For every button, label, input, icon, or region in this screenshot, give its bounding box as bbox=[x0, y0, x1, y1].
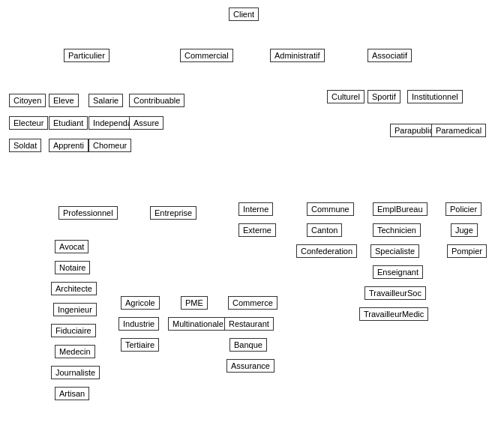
node-policier: Policier bbox=[446, 202, 482, 216]
node-banque: Banque bbox=[230, 338, 267, 352]
node-travailleursoc: TravailleurSoc bbox=[364, 286, 426, 300]
node-chomeur: Chomeur bbox=[88, 139, 131, 152]
node-specialiste: Specialiste bbox=[370, 244, 419, 258]
node-soldat: Soldat bbox=[9, 139, 41, 152]
node-confederation: Confederation bbox=[296, 244, 357, 258]
node-travailleurmedic: TravailleurMedic bbox=[359, 307, 428, 321]
node-sportif: Sportif bbox=[368, 90, 400, 103]
node-fiduciaire: Fiduciaire bbox=[51, 324, 96, 337]
node-externe: Externe bbox=[238, 223, 276, 237]
node-pme: PME bbox=[181, 296, 208, 310]
node-artisan: Artisan bbox=[55, 387, 89, 400]
node-eleve: Eleve bbox=[49, 94, 79, 107]
node-institutionnel: Institutionnel bbox=[407, 90, 463, 103]
node-culturel: Culturel bbox=[327, 90, 364, 103]
node-assurance: Assurance bbox=[226, 359, 274, 373]
node-commerce: Commerce bbox=[228, 296, 278, 310]
node-industrie: Industrie bbox=[118, 317, 159, 331]
node-professionnel: Professionnel bbox=[58, 206, 118, 220]
node-tertiaire: Tertiaire bbox=[121, 338, 159, 352]
node-contribuable: Contribuable bbox=[129, 94, 184, 107]
node-apprenti: Apprenti bbox=[49, 139, 88, 152]
node-associatif: Associatif bbox=[368, 49, 412, 62]
node-electeur: Electeur bbox=[9, 116, 48, 130]
node-journaliste: Journaliste bbox=[51, 366, 100, 379]
node-technicien: Technicien bbox=[373, 223, 421, 237]
node-commercial: Commercial bbox=[180, 49, 233, 62]
node-citoyen: Citoyen bbox=[9, 94, 46, 107]
node-pompier: Pompier bbox=[447, 244, 487, 258]
node-juge: Juge bbox=[451, 223, 478, 237]
node-entreprise: Entreprise bbox=[150, 206, 196, 220]
node-canton: Canton bbox=[307, 223, 342, 237]
node-enseignant: Enseignant bbox=[373, 265, 423, 279]
node-commune: Commune bbox=[307, 202, 354, 216]
node-client: Client bbox=[229, 7, 259, 21]
node-multinationale: Multinationale bbox=[168, 317, 228, 331]
node-architecte: Architecte bbox=[51, 282, 97, 295]
node-medecin: Medecin bbox=[55, 345, 95, 358]
node-notaire: Notaire bbox=[55, 261, 90, 274]
node-administratif: Administratif bbox=[270, 49, 325, 62]
diagram-container: ClientParticulierCommercialAdministratif… bbox=[0, 0, 504, 446]
node-paramedical: Paramedical bbox=[431, 124, 486, 137]
node-etudiant: Etudiant bbox=[49, 116, 88, 130]
node-salarie: Salarie bbox=[88, 94, 123, 107]
node-emplbureau: EmplBureau bbox=[373, 202, 428, 216]
node-assure: Assure bbox=[129, 116, 164, 130]
node-ingenieur: Ingenieur bbox=[53, 303, 97, 316]
node-restaurant: Restaurant bbox=[224, 317, 274, 331]
node-interne: Interne bbox=[238, 202, 273, 216]
node-avocat: Avocat bbox=[55, 240, 88, 253]
node-particulier: Particulier bbox=[64, 49, 110, 62]
node-agricole: Agricole bbox=[121, 296, 160, 310]
